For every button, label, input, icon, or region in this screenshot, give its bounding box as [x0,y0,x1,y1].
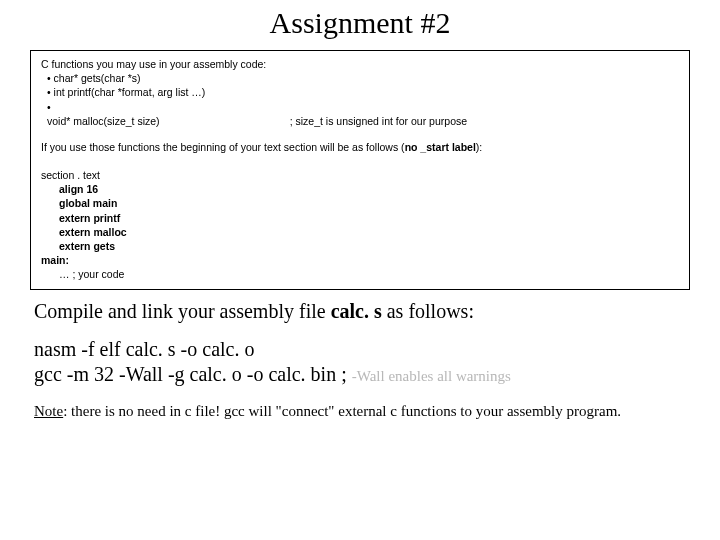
code-line: extern gets [41,239,679,253]
code-block: section . text align 16 global main exte… [41,168,679,281]
compile-post: as follows: [382,300,474,322]
usage-note: If you use those functions the beginning… [41,140,679,154]
note-text: : there is no need in c file! gcc will "… [63,403,621,419]
code-line: align 16 [41,182,679,196]
code-line: main: [41,253,679,267]
list-item: int printf(char *format, arg list …) [47,85,679,99]
commands: nasm -f elf calc. s -o calc. o gcc -m 32… [34,337,686,387]
function-list: char* gets(char *s) int printf(char *for… [41,71,679,128]
intro-text: C functions you may use in your assembly… [41,57,679,71]
compile-file: calc. s [331,300,382,322]
cmd-gcc-main: gcc -m 32 -Wall -g calc. o -o calc. bin … [34,363,352,385]
functions-box: C functions you may use in your assembly… [30,50,690,290]
cmd-gcc: gcc -m 32 -Wall -g calc. o -o calc. bin … [34,362,686,387]
note: Note: there is no need in c file! gcc wi… [34,403,686,420]
code-line: global main [41,196,679,210]
usage-pre: If you use those functions the beginning… [41,141,405,153]
usage-bold: no _start label [405,141,476,153]
code-line: section . text [41,168,679,182]
compile-instruction: Compile and link your assembly file calc… [34,300,686,323]
usage-post: ): [476,141,482,153]
malloc-sig: void* malloc(size_t size) [47,114,160,128]
cmd-nasm: nasm -f elf calc. s -o calc. o [34,337,686,362]
page-title: Assignment #2 [0,6,720,40]
note-label: Note [34,403,63,419]
compile-pre: Compile and link your assembly file [34,300,331,322]
list-item: void* malloc(size_t size) ; size_t is un… [47,100,679,128]
code-line: … ; your code [41,267,679,281]
code-line: extern malloc [41,225,679,239]
code-line: extern printf [41,211,679,225]
malloc-comment: ; size_t is unsigned int for our purpose [290,114,467,128]
cmd-gcc-comment: -Wall enables all warnings [352,368,511,384]
list-item: char* gets(char *s) [47,71,679,85]
